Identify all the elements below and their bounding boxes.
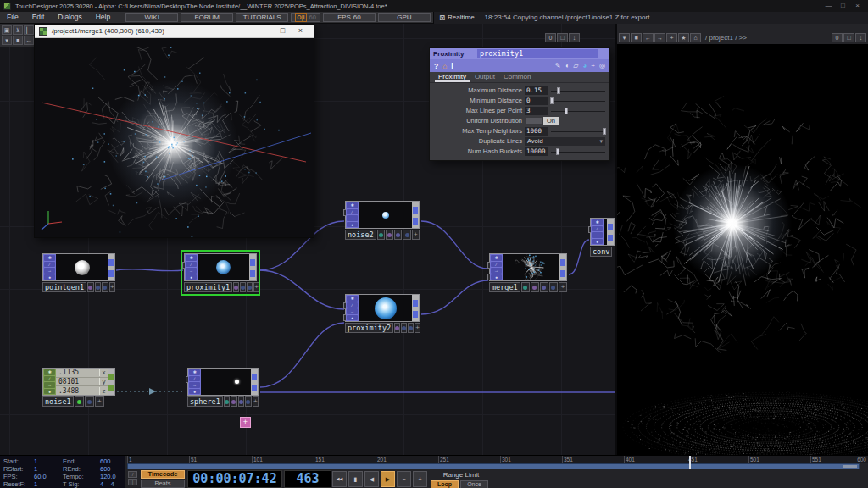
param-toggle[interactable]: On bbox=[525, 117, 559, 125]
node-output-connector[interactable] bbox=[413, 207, 418, 214]
home-icon[interactable]: ⌂ bbox=[690, 33, 701, 42]
param-slider-handle[interactable] bbox=[565, 108, 568, 114]
node-edit-icon[interactable]: ∕ bbox=[491, 262, 502, 268]
node-add-flag-button[interactable]: + bbox=[95, 396, 104, 407]
node-display-icon[interactable]: ● bbox=[189, 389, 200, 395]
node-add-flag-button[interactable]: + bbox=[412, 230, 420, 240]
node-bypass-icon[interactable]: → bbox=[44, 382, 55, 388]
node-output-connector[interactable] bbox=[252, 374, 257, 380]
timeline-option-bar-button[interactable]: | bbox=[128, 479, 137, 485]
node-flag[interactable] bbox=[102, 282, 108, 292]
menu-dialogs[interactable]: Dialogs bbox=[51, 12, 88, 23]
target-icon[interactable]: ◎ bbox=[599, 62, 605, 69]
node-flag[interactable] bbox=[238, 396, 244, 407]
node-flag[interactable] bbox=[75, 396, 84, 407]
node-flag[interactable] bbox=[540, 282, 548, 292]
toolbar-icon-4[interactable]: ■ bbox=[13, 36, 23, 45]
back-icon[interactable]: ← bbox=[643, 33, 654, 42]
play-forward-button[interactable]: ▶ bbox=[381, 471, 395, 487]
node-output-connector[interactable] bbox=[108, 374, 114, 380]
node-flag[interactable] bbox=[240, 282, 246, 292]
node-output-connector[interactable] bbox=[413, 218, 418, 225]
node-input-connector[interactable] bbox=[487, 262, 490, 269]
node-output-connector[interactable] bbox=[108, 385, 114, 391]
menu-edit[interactable]: Edit bbox=[25, 12, 52, 23]
param-dropdown[interactable]: Avoid▾ bbox=[525, 137, 605, 146]
param-slider-handle[interactable] bbox=[556, 148, 559, 155]
merge1-3d-viewer[interactable] bbox=[35, 38, 314, 237]
add-comment-button[interactable]: + bbox=[240, 417, 251, 428]
toolbar-icon-5[interactable]: ← bbox=[24, 36, 34, 45]
tutorials-button[interactable]: TUTORIALS bbox=[236, 13, 288, 22]
parameter-dialog[interactable]: Proximity proximity1 ?⌂i✎◖▱◕+◎ Proximity… bbox=[429, 47, 610, 161]
collapse-icon[interactable]: ▾ bbox=[619, 33, 630, 42]
node-bypass-icon[interactable]: → bbox=[347, 215, 358, 221]
node-input-connector[interactable] bbox=[343, 209, 346, 216]
timeline-field-value[interactable]: 600 bbox=[100, 458, 129, 465]
node-input-connector[interactable] bbox=[182, 262, 185, 269]
node-display-icon[interactable]: ● bbox=[186, 274, 197, 280]
node-bypass-icon[interactable]: → bbox=[592, 232, 603, 238]
param-slider-handle[interactable] bbox=[550, 97, 554, 104]
node-flag[interactable] bbox=[531, 282, 539, 292]
param-slider[interactable] bbox=[551, 86, 605, 95]
forward-icon[interactable]: → bbox=[654, 33, 665, 42]
frame-increment-button[interactable]: + bbox=[413, 471, 427, 487]
node-output-connector[interactable] bbox=[560, 259, 565, 266]
timeline-option-slash-button[interactable]: / bbox=[128, 471, 137, 478]
node-display-icon[interactable]: ● bbox=[44, 274, 55, 280]
node-output-connector[interactable] bbox=[608, 224, 613, 230]
node-output-connector[interactable] bbox=[108, 270, 114, 277]
node-flag[interactable] bbox=[394, 323, 400, 333]
node-output-connector[interactable] bbox=[560, 270, 565, 277]
node-sphere1[interactable]: ✱∕→●sphere1+ bbox=[187, 368, 259, 407]
node-flag[interactable] bbox=[85, 396, 94, 407]
node-display-icon[interactable]: ● bbox=[491, 274, 502, 280]
node-edit-icon[interactable]: ∕ bbox=[186, 262, 197, 268]
node-merge1[interactable]: ✱∕→●merge1+ bbox=[489, 253, 567, 292]
node-display-icon[interactable]: ● bbox=[592, 239, 603, 245]
loop-button[interactable]: Loop bbox=[431, 480, 459, 488]
pause-button[interactable]: ▮ bbox=[348, 471, 363, 487]
node-input-connector[interactable] bbox=[186, 376, 188, 383]
node-flag[interactable] bbox=[401, 323, 407, 333]
tab-common[interactable]: Common bbox=[500, 72, 534, 82]
minimize-icon[interactable]: — bbox=[821, 0, 836, 12]
range-bar-handle[interactable] bbox=[843, 465, 857, 468]
node-viewer-icon[interactable]: ✱ bbox=[592, 219, 603, 225]
node-viewer-icon[interactable]: ✱ bbox=[186, 255, 197, 261]
realtime-toggle[interactable]: ⊠ Realtime bbox=[433, 12, 480, 24]
timeline-field-value[interactable]: 120.0 bbox=[100, 473, 129, 480]
geometry-viewport[interactable] bbox=[617, 44, 868, 455]
floating-window-titlebar[interactable]: /project1/merge1 (400,300) (610,430) — □… bbox=[35, 25, 314, 38]
node-flag[interactable] bbox=[403, 230, 410, 240]
node-output-connector[interactable] bbox=[250, 270, 255, 277]
toolbar-icon-2[interactable]: ▏ bbox=[24, 25, 34, 35]
timeline-ruler[interactable]: 600151101151201251301351401451501551 bbox=[127, 456, 868, 463]
node-bypass-icon[interactable]: → bbox=[347, 308, 358, 314]
midi-io-indicator[interactable]: O|I 60 bbox=[291, 13, 320, 22]
node-conv[interactable]: ✱∕→●conv bbox=[590, 218, 615, 257]
node-display-icon[interactable]: ● bbox=[44, 389, 55, 395]
node-edit-icon[interactable]: ∕ bbox=[592, 226, 603, 232]
node-viewer-icon[interactable]: ✱ bbox=[44, 255, 55, 261]
fps-indicator[interactable]: FPS 60 bbox=[323, 13, 376, 22]
node-edit-icon[interactable]: ∕ bbox=[347, 302, 358, 308]
frame-display[interactable]: 463 bbox=[284, 470, 331, 488]
title-bar[interactable]: TouchDesigner 2025.30280 - Alpha: C:/Use… bbox=[0, 0, 868, 12]
timeline-field-value[interactable]: 4 4 bbox=[100, 480, 129, 488]
node-proximity2[interactable]: ✱∕→●proximity2+ bbox=[345, 294, 420, 333]
timeline-field-value[interactable]: 1 bbox=[34, 465, 63, 473]
forum-button[interactable]: FORUM bbox=[181, 13, 233, 22]
timeline-field-value[interactable]: 1 bbox=[34, 480, 63, 488]
param-value-field[interactable]: 0.15 bbox=[525, 86, 548, 95]
tab-proximity[interactable]: Proximity bbox=[435, 72, 470, 82]
bookmark-icon[interactable]: ★ bbox=[678, 33, 689, 42]
node-bypass-icon[interactable]: → bbox=[186, 268, 197, 274]
param-value-field[interactable]: 1000 bbox=[525, 127, 548, 136]
pane-split-icon[interactable]: ↓ bbox=[855, 33, 866, 42]
node-output-connector[interactable] bbox=[108, 259, 114, 266]
timeline-field-value[interactable]: 600 bbox=[100, 465, 129, 473]
param-slider[interactable] bbox=[551, 147, 605, 156]
param-value-field[interactable]: 10000 bbox=[525, 147, 548, 156]
